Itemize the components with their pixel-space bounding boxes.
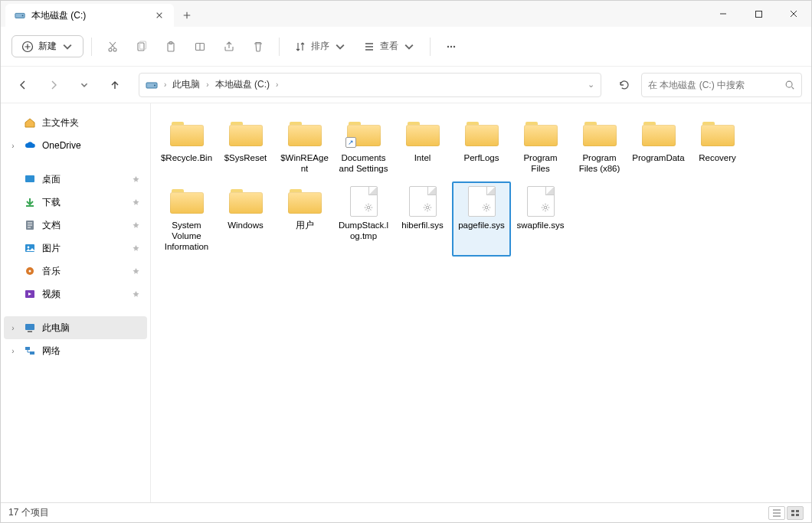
sidebar-item-home[interactable]: 主文件夹 (4, 111, 147, 134)
item-count: 17 个项目 (8, 506, 49, 519)
svg-rect-17 (25, 175, 34, 182)
expand-caret[interactable]: › (8, 347, 18, 355)
folder-icon (170, 186, 204, 214)
file-grid: $Recycle.Bin$SysReset$WinREAgent↗Documen… (157, 114, 805, 257)
content-area[interactable]: $Recycle.Bin$SysReset$WinREAgent↗Documen… (151, 103, 811, 502)
cut-button[interactable] (100, 36, 126, 57)
back-button[interactable] (10, 73, 36, 97)
pin-icon (132, 290, 142, 299)
sidebar-quick-item[interactable]: 图片 (4, 237, 147, 260)
close-window-button[interactable] (776, 1, 811, 27)
sidebar-item-thispc[interactable]: › 此电脑 (4, 316, 147, 339)
folder-item[interactable]: $Recycle.Bin (157, 114, 216, 178)
status-bar: 17 个项目 (1, 502, 811, 522)
new-tab-button[interactable] (174, 4, 200, 27)
copy-button[interactable] (129, 36, 155, 57)
svg-point-12 (450, 45, 452, 47)
item-label: 用户 (296, 220, 314, 230)
item-label: $WinREAgent (278, 152, 331, 174)
share-button[interactable] (216, 36, 242, 57)
breadcrumb-thispc[interactable]: 此电脑 (172, 78, 200, 91)
folder-item[interactable]: $WinREAgent (275, 114, 334, 178)
gear-icon (481, 202, 492, 213)
search-box[interactable] (641, 73, 802, 97)
sort-button[interactable]: 排序 (287, 35, 353, 57)
folder-item[interactable]: ↗Documents and Settings (334, 114, 393, 178)
sidebar-quick-item[interactable]: 下载 (4, 191, 147, 214)
sidebar-quick-item[interactable]: 音乐 (4, 260, 147, 283)
file-icon (468, 186, 496, 217)
chevron-right-icon[interactable]: › (164, 80, 166, 89)
file-item[interactable]: pagefile.sys (452, 181, 511, 257)
sidebar-item-label: 音乐 (42, 265, 61, 278)
close-tab-icon[interactable] (154, 10, 165, 21)
folder-item[interactable]: $SysReset (216, 114, 275, 178)
sidebar-item-label: 文档 (42, 219, 61, 232)
paste-button[interactable] (158, 36, 184, 57)
gear-icon (363, 202, 374, 213)
sidebar-item-onedrive[interactable]: › OneDrive (4, 134, 147, 157)
folder-icon (288, 186, 322, 214)
expand-caret[interactable]: › (8, 142, 18, 150)
folder-item[interactable]: Program Files (511, 114, 570, 178)
rename-button[interactable] (187, 36, 213, 57)
icons-view-button[interactable] (787, 506, 804, 520)
more-button[interactable] (438, 36, 464, 57)
folder-item[interactable]: ProgramData (629, 114, 688, 178)
navigation-row: › 此电脑 › 本地磁盘 (C:) › ⌄ (1, 67, 811, 103)
item-label: $SysReset (224, 152, 267, 163)
chevron-down-icon[interactable]: ⌄ (588, 80, 594, 90)
chevron-right-icon[interactable]: › (206, 80, 208, 89)
details-view-button[interactable] (768, 506, 785, 520)
new-button-label: 新建 (38, 40, 57, 53)
item-label: Recovery (699, 152, 736, 163)
folder-icon (24, 288, 36, 300)
item-label: hiberfil.sys (401, 220, 443, 230)
view-button[interactable]: 查看 (356, 35, 422, 57)
titlebar: 本地磁盘 (C:) (1, 1, 811, 27)
search-icon[interactable] (784, 80, 795, 90)
folder-item[interactable]: Windows (216, 181, 275, 257)
search-input[interactable] (648, 80, 784, 90)
recent-dropdown[interactable] (71, 73, 97, 97)
folder-item[interactable]: Recovery (688, 114, 747, 178)
breadcrumb-current[interactable]: 本地磁盘 (C:) (215, 78, 270, 91)
folder-icon (24, 242, 36, 254)
minimize-button[interactable] (706, 1, 741, 27)
folder-icon (24, 265, 36, 277)
folder-item[interactable]: 用户 (275, 181, 334, 257)
forward-button[interactable] (41, 73, 67, 97)
folder-item[interactable]: System Volume Information (157, 181, 216, 257)
sidebar-quick-item[interactable]: 文档 (4, 214, 147, 237)
file-item[interactable]: hiberfil.sys (393, 181, 452, 257)
svg-point-30 (485, 206, 488, 209)
folder-icon (24, 173, 36, 185)
folder-item[interactable]: Intel (393, 114, 452, 178)
expand-caret[interactable]: › (8, 324, 18, 332)
sidebar-item-label: OneDrive (42, 140, 81, 151)
folder-item[interactable]: Program Files (x86) (570, 114, 629, 178)
refresh-button[interactable] (612, 73, 637, 97)
folder-icon (229, 186, 263, 214)
sidebar-quick-item[interactable]: 视频 (4, 283, 147, 306)
item-label: Documents and Settings (337, 152, 390, 174)
maximize-button[interactable] (741, 1, 776, 27)
pin-icon (132, 221, 142, 230)
folder-icon: ↗ (347, 119, 381, 146)
chevron-down-icon (403, 41, 415, 53)
address-bar[interactable]: › 此电脑 › 本地磁盘 (C:) › ⌄ (139, 73, 601, 97)
folder-item[interactable]: PerfLogs (452, 114, 511, 178)
chevron-right-icon[interactable]: › (276, 80, 278, 89)
up-button[interactable] (102, 73, 128, 97)
svg-rect-24 (25, 324, 34, 330)
new-button[interactable]: 新建 (11, 35, 83, 57)
item-label: ProgramData (632, 152, 684, 163)
file-item[interactable]: swapfile.sys (511, 181, 570, 257)
file-item[interactable]: DumpStack.log.tmp (334, 181, 393, 257)
item-label: pagefile.sys (458, 220, 505, 230)
svg-rect-33 (796, 510, 799, 512)
sidebar-quick-item[interactable]: 桌面 (4, 168, 147, 191)
window-tab[interactable]: 本地磁盘 (C:) (5, 4, 174, 27)
sidebar-item-network[interactable]: › 网络 (4, 339, 147, 362)
delete-button[interactable] (245, 36, 271, 57)
